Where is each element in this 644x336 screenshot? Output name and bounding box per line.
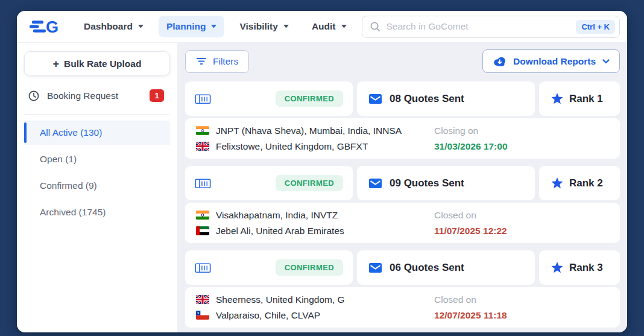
- route-lines: Visakhapatnam, India, INVTZ Jebel Ali, U…: [196, 210, 434, 236]
- search-placeholder: Search in GoComet: [387, 21, 570, 32]
- filter-icon: [196, 57, 207, 66]
- nav-item-label: Visibility: [239, 21, 277, 32]
- closing-info: Closed on 12/07/2025 11:18: [434, 294, 507, 321]
- destination-row: Felixstowe, United Kingdom, GBFXT: [196, 141, 434, 152]
- shipment-card[interactable]: CONFIRMED 08 Quotes Sent: [185, 81, 620, 159]
- plus-icon: +: [53, 59, 60, 69]
- quotes-sent-label: 06 Quotes Sent: [390, 262, 464, 274]
- toolbar: Filters: [185, 49, 620, 73]
- top-nav: G Dashboard Planning Visibility: [17, 11, 627, 43]
- star-icon: [551, 93, 563, 104]
- quotes-sent-label: 08 Quotes Sent: [390, 93, 464, 105]
- closing-date: 11/07/2025 12:22: [434, 226, 507, 236]
- sidebar-item-confirmed[interactable]: Confirmed (9): [24, 174, 170, 198]
- card-route[interactable]: Sheerness, United Kingdom, G Valparaiso,…: [185, 287, 620, 328]
- destination-row: Jebel Ali, United Arab Emirates: [196, 226, 434, 236]
- booking-request[interactable]: Booking Request 1: [24, 83, 170, 108]
- route-lines: Sheerness, United Kingdom, G Valparaiso,…: [196, 294, 434, 321]
- sidebar-item-open[interactable]: Open (1): [24, 147, 170, 171]
- quotes-sent-label: 09 Quotes Sent: [390, 177, 464, 189]
- filters-label: Filters: [213, 56, 238, 67]
- origin-text: Visakhapatnam, India, INVTZ: [216, 210, 338, 221]
- shipment-card[interactable]: CONFIRMED 09 Quotes Sent: [185, 166, 620, 243]
- rank-label: Rank 2: [569, 177, 603, 189]
- nav-item-label: Dashboard: [84, 21, 133, 32]
- flag-origin-icon: [196, 295, 209, 304]
- card-header: CONFIRMED 09 Quotes Sent: [185, 166, 620, 200]
- envelope-icon: [369, 263, 382, 273]
- rank-label: Rank 1: [569, 93, 603, 105]
- card-status-segment: CONFIRMED: [185, 81, 353, 116]
- closing-date: 31/03/2026 17:00: [434, 141, 508, 152]
- nav-item-planning[interactable]: Planning: [159, 16, 224, 37]
- filters-button[interactable]: Filters: [185, 50, 249, 73]
- gocomet-logo-icon: G: [29, 16, 64, 37]
- nav-item-visibility[interactable]: Visibility: [232, 16, 296, 37]
- origin-text: JNPT (Nhava Sheva), Mumbai, India, INNSA: [216, 125, 402, 136]
- sidebar-item-label: Confirmed (9): [40, 180, 97, 191]
- sidebar-item-label: Open (1): [40, 154, 77, 165]
- origin-text: Sheerness, United Kingdom, G: [216, 294, 345, 305]
- status-badge: CONFIRMED: [276, 175, 343, 191]
- nav-item-dashboard[interactable]: Dashboard: [76, 16, 151, 37]
- rank-segment: Rank 1: [539, 81, 620, 116]
- card-route[interactable]: JNPT (Nhava Sheva), Mumbai, India, INNSA…: [185, 118, 620, 159]
- svg-text:G: G: [46, 18, 58, 36]
- closing-info: Closing on 31/03/2026 17:00: [434, 125, 508, 152]
- flag-origin-icon: [196, 126, 209, 135]
- clock-icon: [28, 90, 40, 102]
- card-status-segment: CONFIRMED: [185, 250, 353, 285]
- origin-row: Visakhapatnam, India, INVTZ: [196, 210, 434, 221]
- shipment-card[interactable]: CONFIRMED 06 Quotes Sent: [185, 250, 620, 328]
- gocomet-logo[interactable]: G: [29, 16, 64, 37]
- origin-row: Sheerness, United Kingdom, G: [196, 294, 434, 305]
- status-badge: CONFIRMED: [276, 90, 343, 107]
- sidebar-item-archived[interactable]: Archived (1745): [24, 200, 170, 224]
- rank-label: Rank 3: [569, 262, 603, 274]
- star-icon: [551, 177, 563, 189]
- rank-segment: Rank 2: [539, 166, 620, 200]
- route-lines: JNPT (Nhava Sheva), Mumbai, India, INNSA…: [196, 125, 434, 152]
- bulk-rate-upload-button[interactable]: + Bulk Rate Upload: [24, 51, 170, 76]
- destination-text: Valparaiso, Chile, CLVAP: [216, 310, 320, 321]
- search-input[interactable]: Search in GoComet Ctrl + K: [362, 16, 620, 38]
- sidebar-item-all-active[interactable]: All Active (130): [24, 121, 170, 145]
- chevron-down-icon: [211, 25, 216, 28]
- chevron-down-icon: [341, 25, 347, 28]
- app-window: G Dashboard Planning Visibility: [17, 11, 627, 332]
- nav-item-label: Audit: [312, 21, 336, 32]
- booking-request-label: Booking Request: [47, 90, 118, 101]
- flag-destination-icon: [196, 142, 209, 151]
- card-status-segment: CONFIRMED: [185, 166, 353, 200]
- card-header: CONFIRMED 08 Quotes Sent: [185, 81, 620, 116]
- origin-row: JNPT (Nhava Sheva), Mumbai, India, INNSA: [196, 125, 434, 136]
- flag-origin-icon: [196, 211, 209, 220]
- closing-date: 12/07/2025 11:18: [434, 310, 507, 321]
- envelope-icon: [369, 94, 382, 104]
- closing-label: Closing on: [434, 125, 508, 136]
- star-icon: [551, 262, 563, 273]
- sidebar-divider: [24, 114, 169, 115]
- destination-text: Felixstowe, United Kingdom, GBFXT: [216, 141, 368, 152]
- download-reports-button[interactable]: Download Reports: [482, 49, 620, 73]
- quotes-sent-segment[interactable]: 09 Quotes Sent: [357, 166, 535, 200]
- download-reports-label: Download Reports: [513, 56, 596, 67]
- sidebar-item-label: All Active (130): [40, 127, 102, 138]
- bulk-rate-upload-label: Bulk Rate Upload: [64, 59, 141, 69]
- destination-text: Jebel Ali, United Arab Emirates: [216, 226, 344, 236]
- nav-item-audit[interactable]: Audit: [304, 16, 355, 37]
- content-row: + Bulk Rate Upload Booking Request 1: [17, 43, 627, 332]
- sidebar-item-label: Archived (1745): [40, 207, 106, 218]
- quotes-sent-segment[interactable]: 06 Quotes Sent: [357, 250, 535, 285]
- card-route[interactable]: Visakhapatnam, India, INVTZ Jebel Ali, U…: [185, 203, 620, 243]
- app-frame: G Dashboard Planning Visibility: [0, 0, 644, 336]
- cloud-download-icon: [493, 56, 507, 66]
- flag-destination-icon: [196, 226, 209, 235]
- sidebar: + Bulk Rate Upload Booking Request 1: [17, 43, 178, 332]
- closing-info: Closed on 11/07/2025 12:22: [434, 210, 507, 236]
- chevron-down-icon: [602, 59, 610, 64]
- flag-destination-icon: [196, 311, 209, 320]
- chevron-down-icon: [283, 25, 289, 28]
- chevron-down-icon: [138, 25, 144, 28]
- quotes-sent-segment[interactable]: 08 Quotes Sent: [357, 81, 535, 116]
